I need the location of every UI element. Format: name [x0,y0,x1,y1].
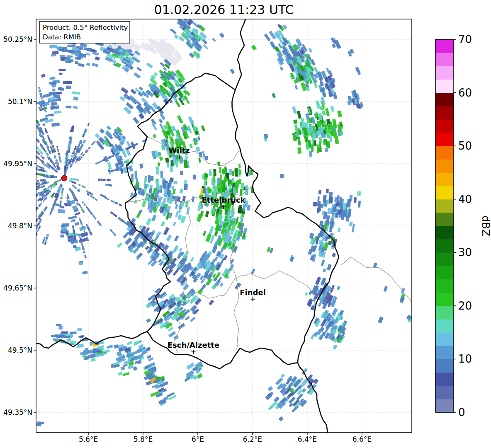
lon-tick-label-1: 5.8°E [134,435,153,443]
colorbar-segment [435,239,454,253]
colorbar-unit-label: dBZ [480,216,491,236]
colorbar-segment [435,373,454,386]
lat-tick-label-3: 49.8°N [8,222,32,230]
colorbar-segment [435,119,454,133]
colorbar-segment [435,252,454,266]
colorbar-segment [435,172,454,186]
city-marker-Esch/Alzette: Esch/Alzette [168,341,219,354]
city-label-3: Esch/Alzette [168,341,219,349]
colorbar-tick-label-20: 20 [458,300,472,312]
colorbar-tick-label-60: 60 [458,87,472,99]
city-label-0: Wiltz [168,146,190,155]
lon-tick-label-5: 6.6°E [352,435,372,443]
colorbar-segment [435,319,454,333]
colorbar-tick-label-30: 30 [458,246,472,259]
lat-tick-label-6: 49.35°N [3,408,32,417]
city-plus-icon [191,350,195,354]
city-plus-icon [251,297,255,301]
colorbar-segment [435,39,454,53]
colorbar-segment [435,66,454,80]
colorbar-tick-label-40: 40 [458,193,472,206]
colorbar-tick-label-10: 10 [458,353,472,365]
country-border-line [235,19,246,90]
lat-tick-label-2: 49.95°N [3,160,32,168]
colorbar-segment [435,399,454,413]
colorbar-segment [435,186,454,200]
colorbar-segment [435,266,454,279]
lat-tick-label-1: 50.1°N [8,97,32,106]
colorbar-segment [435,53,454,66]
lat-tick-label-4: 49.65°N [3,284,32,292]
colorbar-tick-label-50: 50 [458,140,472,152]
radar-site-dot [61,175,67,181]
lon-tick-label-4: 6.4°E [298,435,317,443]
colorbar-segment [435,359,454,373]
colorbar-segment [435,332,454,346]
radar-site-marker [61,175,67,181]
colorbar-segment [435,279,454,293]
colorbar: 010203040506070 [435,33,472,419]
plot-title: 01.02.2026 11:23 UTC [154,2,294,17]
lon-tick-label-0: 5.6°E [79,435,98,443]
lon-tick-label-3: 6.2°E [243,435,262,443]
info-box: Product: 0.5° Reflectivity Data: RMIB [39,22,130,43]
colorbar-segment [435,293,454,306]
colorbar-segment [435,199,454,213]
colorbar-segment [435,159,454,173]
radar-figure: 01.02.2026 11:23 UTC 50.25°N50.1°N49.95°… [0,0,491,448]
colorbar-tick-label-0: 0 [458,406,465,419]
colorbar-segment [435,79,454,93]
colorbar-segment [435,93,454,107]
colorbar-tick-label-70: 70 [458,33,472,46]
colorbar-segment [435,226,454,240]
district-borders [125,137,412,354]
radar-echoes [0,18,413,426]
colorbar-segment [435,146,454,160]
colorbar-segment [435,133,454,146]
colorbar-segment [435,106,454,120]
city-marker-Findel: Findel [240,288,266,301]
city-markers: WiltzEttelbruckFindelEsch/Alzette [168,146,266,354]
colorbar-segment [435,306,454,320]
lon-tick-label-2: 6°E [192,435,204,443]
info-box-data-line: Data: RMIB [43,33,81,41]
city-label-2: Findel [240,288,266,297]
colorbar-segment [435,346,454,359]
lat-tick-label-5: 49.5°N [8,346,32,354]
city-label-1: Ettelbruck [202,196,246,204]
lat-tick-label-0: 50.25°N [3,35,32,44]
radar-map-canvas: 01.02.2026 11:23 UTC 50.25°N50.1°N49.95°… [0,0,491,448]
colorbar-segment [435,213,454,226]
info-box-product-line: Product: 0.5° Reflectivity [43,24,128,31]
colorbar-segment [435,386,454,400]
